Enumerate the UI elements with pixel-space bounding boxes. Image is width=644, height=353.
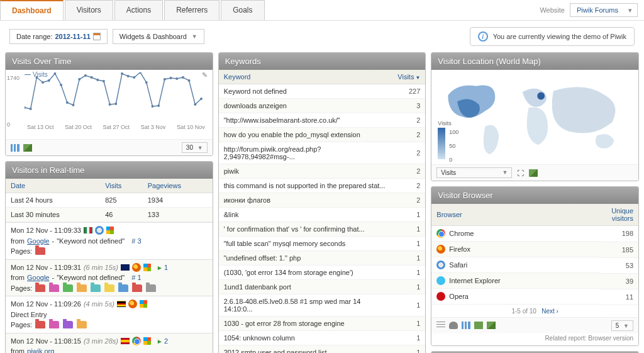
page-icon[interactable] — [132, 284, 142, 292]
keyword-row: &link1 — [219, 208, 426, 222]
row-limit-selector[interactable]: 30 ▼ — [182, 142, 208, 153]
cloud-view-icon[interactable] — [449, 322, 458, 329]
col-browser[interactable]: Browser — [431, 204, 601, 226]
page-icon[interactable] — [35, 284, 45, 292]
fullscreen-icon[interactable]: ⛶ — [517, 169, 524, 177]
keyword-cell[interactable]: "undefined offset: 1." php — [219, 251, 393, 266]
page-icon[interactable] — [49, 321, 59, 328]
keyword-cell[interactable]: this command is not supported in the pre… — [219, 179, 393, 193]
svg-point-6 — [60, 84, 62, 86]
image-export-icon[interactable] — [529, 169, 538, 177]
visits-chart[interactable]: Visits ✎ 1740 0 Sat 13 Oct Sat 20 Oct Sa… — [6, 70, 213, 139]
widget-title: Visitor Location (World Map) — [431, 53, 638, 70]
os-icon — [140, 300, 147, 308]
related-report-link[interactable]: Related report: Browser version — [431, 333, 638, 345]
svg-point-12 — [96, 79, 99, 81]
keyword-cell[interactable]: 1030 - got error 28 from storage engine — [219, 317, 393, 331]
map-metric-selector[interactable]: Visits ▼ — [436, 167, 512, 178]
page-icon[interactable] — [118, 284, 128, 292]
chart-view-icon[interactable] — [11, 144, 19, 152]
page-icon[interactable] — [77, 284, 87, 292]
referrer-link[interactable]: Google — [27, 236, 49, 247]
keyword-cell[interactable]: http://forum.piwik.org/read.php?2,94978,… — [219, 142, 393, 164]
page-icon[interactable] — [146, 284, 156, 292]
visit-entry[interactable]: Mon 12 Nov - 11:09:33 from Google - "Key… — [6, 222, 213, 259]
keyword-cell[interactable]: "full table scan" mysql memory seconds — [219, 237, 393, 251]
page-icon[interactable] — [35, 247, 45, 255]
page-icon[interactable] — [77, 321, 87, 328]
page-icon[interactable] — [104, 284, 114, 292]
visits-cell: 1 — [392, 222, 425, 237]
export-icon[interactable] — [474, 322, 483, 329]
x-label: Sat 10 Nov — [177, 124, 205, 130]
keyword-row: piwik2 — [219, 164, 426, 179]
tab-actions[interactable]: Actions — [114, 0, 163, 20]
keyword-cell[interactable]: (1030, 'got error 134 from storage engin… — [219, 266, 393, 280]
col-keyword[interactable]: Keyword — [219, 70, 393, 84]
visit-time: Mon 12 Nov - 11:08:15 — [11, 336, 81, 347]
svg-point-11 — [91, 76, 93, 79]
widgets-dashboard-menu[interactable]: Widgets & Dashboard▼ — [113, 29, 204, 44]
next-page[interactable]: Next › — [541, 308, 558, 315]
visitors-cell: 185 — [601, 242, 638, 257]
firefox-icon — [128, 300, 137, 308]
referrer-link[interactable]: Google — [27, 272, 49, 283]
svg-point-28 — [194, 103, 196, 106]
keyword-cell[interactable]: 2012 smtp user and password list — [219, 345, 393, 354]
keyword-cell[interactable]: 1und1 datenbank port — [219, 280, 393, 294]
page-icon[interactable] — [35, 321, 45, 328]
widget-title: Visitor Browser — [431, 187, 638, 204]
visits-cell: 1 — [392, 294, 425, 317]
chart-view-icon[interactable] — [462, 322, 470, 329]
website-selector[interactable]: Piwik Forums — [570, 3, 638, 17]
referrer-link[interactable]: piwik.org — [27, 346, 54, 353]
tab-dashboard[interactable]: Dashboard — [0, 0, 64, 20]
visit-entry[interactable]: Mon 12 Nov - 11:09:31 (6 min 15s) ▸ 1fro… — [6, 259, 213, 296]
col-unique-visitors[interactable]: Unique visitors — [601, 204, 638, 226]
col-pageviews[interactable]: Pageviews — [143, 179, 213, 193]
svg-point-25 — [175, 77, 178, 80]
visit-entry[interactable]: Mon 12 Nov - 11:08:15 (3 min 28s) ▸ 2fro… — [6, 333, 213, 354]
tab-referrers[interactable]: Referrers — [164, 0, 219, 20]
browser-row: Firefox185 — [431, 242, 638, 257]
visit-entry[interactable]: Mon 12 Nov - 11:09:26 (4 min 5s) Direct … — [6, 296, 213, 333]
keyword-cell[interactable]: "http://www.isabelmarant-store.co.uk/" — [219, 113, 393, 128]
widget-visitor-map: Visitor Location (World Map) — [431, 52, 639, 181]
keyword-cell[interactable]: how do you enable the pdo_mysql extensio… — [219, 128, 393, 142]
image-export-icon[interactable] — [487, 322, 496, 329]
keyword-cell[interactable]: ' for confirmation that' vs ' for confir… — [219, 222, 393, 237]
col-visits[interactable]: Visits▼ — [392, 70, 425, 84]
row-limit-selector[interactable]: 5 ▼ — [611, 320, 633, 331]
table-view-icon[interactable] — [436, 322, 445, 329]
tab-visitors[interactable]: Visitors — [65, 0, 113, 20]
page-icon[interactable] — [91, 284, 101, 292]
page-icon[interactable] — [63, 284, 73, 292]
col-date[interactable]: Date — [6, 179, 100, 193]
col-visits[interactable]: Visits — [100, 179, 143, 193]
y-axis-min: 0 — [7, 121, 10, 128]
tab-goals[interactable]: Goals — [221, 0, 264, 20]
keyword-cell[interactable]: Keyword not defined — [219, 84, 393, 99]
calendar-icon — [93, 33, 101, 40]
chart-edit-icon[interactable]: ✎ — [202, 71, 208, 79]
keyword-cell[interactable]: иконки флагов — [219, 193, 393, 208]
keyword-cell[interactable]: 1054: unknown column — [219, 331, 393, 345]
svg-point-4 — [48, 79, 50, 82]
image-export-icon[interactable] — [23, 144, 32, 152]
website-label: Website — [540, 6, 565, 14]
page-icon[interactable] — [49, 284, 59, 292]
svg-point-27 — [188, 79, 191, 82]
keyword-row: 1054: unknown column1 — [219, 331, 426, 345]
date-range-selector[interactable]: Date range: 2012-11-11 — [9, 29, 108, 44]
visits-cell: 1 — [392, 237, 425, 251]
svg-point-23 — [164, 78, 166, 81]
svg-point-30 — [538, 92, 545, 100]
world-map[interactable]: Visits 100 50 0 — [431, 70, 638, 164]
keyword-cell[interactable]: piwik — [219, 164, 393, 179]
keyword-cell[interactable]: 2.6.18-408.el5.lve0.8.58 #1 smp wed mar … — [219, 294, 393, 317]
keyword-cell[interactable]: downloads anzeigen — [219, 99, 393, 113]
visits-cell: 1 — [392, 251, 425, 266]
page-icon[interactable] — [63, 321, 73, 328]
keyword-cell[interactable]: &link — [219, 208, 393, 222]
widget-search-engines: Search Engines Search Engine Visits▼ GGo… — [431, 351, 639, 354]
